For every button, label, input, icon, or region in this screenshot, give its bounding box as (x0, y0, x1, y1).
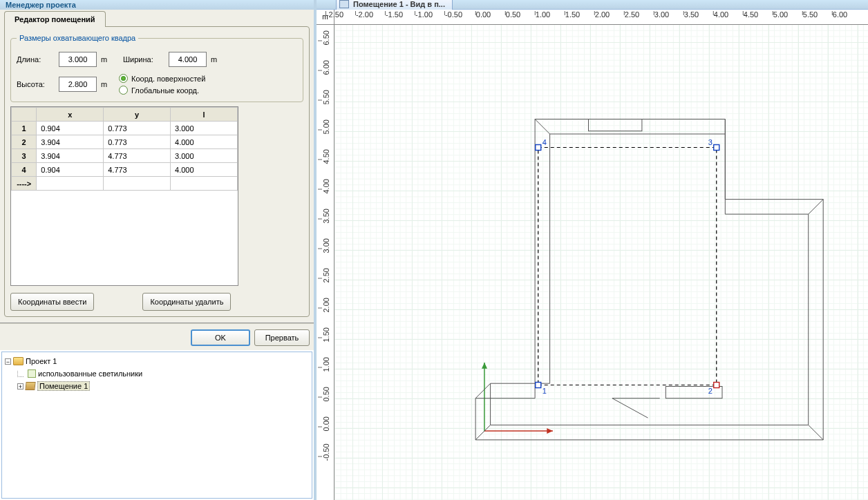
height-label: Высота: (17, 80, 55, 88)
radio-surface-coords[interactable]: Коорд. поверхностей (119, 74, 205, 83)
vertical-ruler: 6.506.005.505.004.504.003.503.002.502.00… (317, 25, 334, 500)
horizontal-ruler: -2.50-2.00-1.50-1.00-0.500.000.501.001.5… (334, 10, 868, 25)
plan-canvas[interactable]: 1234 (334, 25, 868, 500)
radio-global-coords[interactable]: Глобальные коорд. (119, 86, 205, 95)
tree-root-label: Проект 1 (26, 357, 57, 365)
length-unit: m (101, 55, 111, 64)
svg-line-8 (612, 398, 648, 418)
svg-line-4 (809, 200, 824, 215)
delete-coords-button[interactable]: Координаты удалить (142, 293, 231, 311)
height-unit: m (101, 80, 111, 88)
length-input[interactable] (59, 52, 97, 67)
tree-lights[interactable]: использованные светильники (3, 367, 310, 380)
svg-rect-15 (714, 145, 719, 151)
svg-rect-13 (714, 383, 719, 388)
ok-button[interactable]: OK (191, 329, 250, 346)
table-row[interactable]: 23.9040.7734.000 (12, 135, 238, 149)
col-y[interactable]: y (104, 108, 171, 122)
svg-line-2 (475, 425, 491, 440)
width-unit: m (211, 55, 220, 64)
svg-text:3: 3 (708, 138, 713, 146)
svg-line-5 (475, 383, 491, 398)
left-window-title: Менеджер проекта (0, 0, 314, 10)
bounding-dims-legend: Размеры охватывающего квадра (17, 34, 138, 42)
view-tab-icon (339, 0, 349, 8)
table-row[interactable]: 40.9044.7734.000 (12, 163, 238, 177)
col-x[interactable]: x (37, 108, 104, 122)
svg-text:2: 2 (708, 387, 713, 395)
width-label: Ширина: (123, 55, 164, 64)
height-input[interactable] (59, 77, 97, 92)
tree-room-label: Помещение 1 (37, 381, 90, 391)
svg-rect-17 (536, 145, 541, 151)
table-row[interactable]: 10.9040.7733.000 (12, 122, 238, 135)
right-titlebar: Помещение 1 - Вид в п... (317, 0, 868, 10)
tree-room[interactable]: + Помещение 1 (3, 380, 310, 392)
plan-svg: 1234 (334, 25, 868, 500)
svg-line-6 (535, 119, 550, 135)
col-l[interactable]: l (171, 108, 238, 122)
folder-icon (13, 357, 23, 365)
svg-text:4: 4 (542, 138, 547, 146)
bounding-dims-group: Размеры охватывающего квадра Длина: m Ши… (10, 34, 303, 102)
radio-on-icon (119, 74, 128, 83)
tab-room-editor[interactable]: Редактор помещений (4, 11, 106, 27)
lights-icon (28, 369, 36, 378)
tree-line-icon (17, 371, 23, 377)
width-input[interactable] (169, 52, 207, 67)
room-icon (25, 382, 35, 390)
coords-table[interactable]: x y l 10.9040.7733.000 23.9040.7734.000 … (11, 107, 238, 191)
collapse-icon[interactable]: − (5, 358, 11, 365)
length-label: Длина: (17, 55, 55, 64)
svg-rect-11 (536, 383, 541, 388)
svg-rect-10 (589, 119, 642, 131)
cancel-button[interactable]: Прервать (254, 329, 310, 346)
svg-line-3 (809, 425, 824, 440)
coords-table-wrap: x y l 10.9040.7733.000 23.9040.7734.000 … (10, 106, 238, 286)
enter-coords-button[interactable]: Координаты ввести (10, 293, 94, 311)
radio-off-icon (119, 86, 128, 95)
table-row[interactable]: 33.9044.7733.000 (12, 149, 238, 163)
expand-icon[interactable]: + (17, 383, 23, 390)
table-row-new[interactable]: ----> (12, 177, 238, 191)
tree-root[interactable]: − Проект 1 (3, 355, 310, 367)
project-tree[interactable]: − Проект 1 использованные светильники + … (1, 352, 312, 499)
tree-lights-label: использованные светильники (38, 369, 142, 378)
svg-text:1: 1 (542, 387, 547, 395)
